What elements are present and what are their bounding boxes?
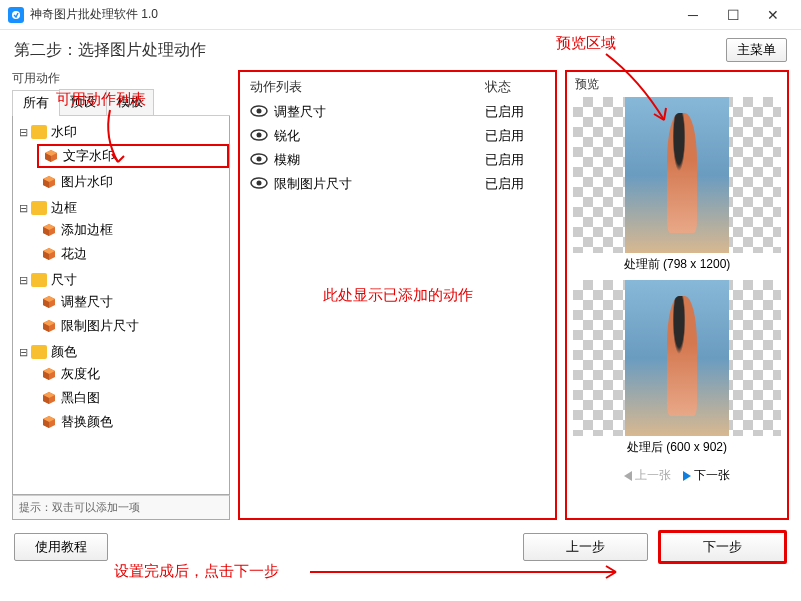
eye-icon [250, 105, 268, 120]
titlebar: 神奇图片批处理软件 1.0 ─ ☐ ✕ [0, 0, 801, 30]
tree-item-label: 添加边框 [61, 221, 113, 239]
available-actions-title: 可用动作 [12, 70, 230, 87]
eye-icon [250, 153, 268, 168]
cube-icon [41, 294, 57, 310]
tree-item[interactable]: 调整尺寸 [37, 292, 229, 312]
tree-item[interactable]: 限制图片尺寸 [37, 316, 229, 336]
collapse-icon: ⊟ [17, 346, 29, 359]
tree-item-label: 图片水印 [61, 173, 113, 191]
action-row[interactable]: 锐化已启用 [250, 124, 545, 148]
cube-icon [43, 148, 59, 164]
collapse-icon: ⊟ [17, 126, 29, 139]
tab-template[interactable]: 模板 [106, 89, 154, 115]
preview-title: 预览 [567, 72, 787, 95]
tree-item-label: 替换颜色 [61, 413, 113, 431]
cube-icon [41, 174, 57, 190]
collapse-icon: ⊟ [17, 202, 29, 215]
tree-item-label: 限制图片尺寸 [61, 317, 139, 335]
tree-item[interactable]: 替换颜色 [37, 412, 229, 432]
svg-point-9 [257, 180, 262, 185]
tree-group-label: 颜色 [51, 343, 77, 361]
action-status: 已启用 [485, 103, 545, 121]
tree-item-label: 灰度化 [61, 365, 100, 383]
tree-group-label: 水印 [51, 123, 77, 141]
tree-group-label: 边框 [51, 199, 77, 217]
arrow-left-icon [624, 471, 632, 481]
maximize-button[interactable]: ☐ [713, 0, 753, 30]
tutorial-button[interactable]: 使用教程 [14, 533, 108, 561]
app-title: 神奇图片批处理软件 1.0 [30, 6, 673, 23]
cube-icon [41, 390, 57, 406]
action-name: 限制图片尺寸 [274, 175, 485, 193]
svg-point-3 [257, 108, 262, 113]
tree-item-label: 花边 [61, 245, 87, 263]
action-row[interactable]: 模糊已启用 [250, 148, 545, 172]
action-status: 已启用 [485, 175, 545, 193]
tree-item[interactable]: 灰度化 [37, 364, 229, 384]
tree-item[interactable]: 黑白图 [37, 388, 229, 408]
tree-group-label: 尺寸 [51, 271, 77, 289]
tab-preset[interactable]: 预设 [59, 89, 107, 115]
step-title: 第二步：选择图片处理动作 [14, 40, 726, 61]
preview-before-image [573, 97, 781, 253]
eye-icon [250, 129, 268, 144]
tree-group[interactable]: ⊟尺寸 [13, 270, 229, 290]
action-status: 已启用 [485, 127, 545, 145]
col-action-name: 动作列表 [250, 78, 485, 96]
added-actions-panel: 动作列表 状态 调整尺寸已启用锐化已启用模糊已启用限制图片尺寸已启用 此处显示已… [238, 70, 557, 520]
tree-group[interactable]: ⊟颜色 [13, 342, 229, 362]
tree-item[interactable]: 文字水印 [37, 144, 229, 168]
folder-icon [31, 125, 47, 139]
cube-icon [41, 366, 57, 382]
close-button[interactable]: ✕ [753, 0, 793, 30]
action-tree[interactable]: ⊟水印文字水印图片水印⊟边框添加边框花边⊟尺寸调整尺寸限制图片尺寸⊟颜色灰度化黑… [12, 116, 230, 495]
preview-prev-button[interactable]: 上一张 [624, 467, 671, 484]
action-row[interactable]: 限制图片尺寸已启用 [250, 172, 545, 196]
tree-item-label: 黑白图 [61, 389, 100, 407]
tree-group[interactable]: ⊟边框 [13, 198, 229, 218]
col-status: 状态 [485, 78, 545, 96]
next-step-button[interactable]: 下一步 [658, 530, 787, 564]
tab-all[interactable]: 所有 [12, 90, 60, 116]
action-name: 锐化 [274, 127, 485, 145]
preview-panel: 预览 处理前 (798 x 1200) 处理后 (600 x 902) 上一张 … [565, 70, 789, 520]
cube-icon [41, 246, 57, 262]
preview-after-label: 处理后 (600 x 902) [573, 436, 781, 461]
preview-after-image [573, 280, 781, 436]
folder-icon [31, 345, 47, 359]
folder-icon [31, 273, 47, 287]
collapse-icon: ⊟ [17, 274, 29, 287]
available-actions-panel: 可用动作 所有 预设 模板 ⊟水印文字水印图片水印⊟边框添加边框花边⊟尺寸调整尺… [12, 70, 230, 520]
cube-icon [41, 222, 57, 238]
tree-item[interactable]: 图片水印 [37, 172, 229, 192]
app-logo-icon [8, 7, 24, 23]
annotation-added-actions: 此处显示已添加的动作 [323, 286, 473, 305]
preview-next-button[interactable]: 下一张 [683, 467, 730, 484]
preview-before-label: 处理前 (798 x 1200) [573, 253, 781, 278]
action-status: 已启用 [485, 151, 545, 169]
tree-group[interactable]: ⊟水印 [13, 122, 229, 142]
available-actions-tabs: 所有 预设 模板 [12, 89, 230, 116]
tree-item[interactable]: 添加边框 [37, 220, 229, 240]
eye-icon [250, 177, 268, 192]
footer: 使用教程 上一步 下一步 [0, 520, 801, 574]
cube-icon [41, 414, 57, 430]
svg-point-7 [257, 156, 262, 161]
action-name: 调整尺寸 [274, 103, 485, 121]
prev-step-button[interactable]: 上一步 [523, 533, 648, 561]
arrow-right-icon [683, 471, 691, 481]
action-name: 模糊 [274, 151, 485, 169]
action-row[interactable]: 调整尺寸已启用 [250, 100, 545, 124]
tree-item-label: 文字水印 [63, 147, 115, 165]
tree-hint: 提示：双击可以添加一项 [12, 495, 230, 520]
cube-icon [41, 318, 57, 334]
tree-item-label: 调整尺寸 [61, 293, 113, 311]
tree-item[interactable]: 花边 [37, 244, 229, 264]
minimize-button[interactable]: ─ [673, 0, 713, 30]
header-row: 第二步：选择图片处理动作 主菜单 [0, 30, 801, 66]
main-menu-button[interactable]: 主菜单 [726, 38, 787, 62]
folder-icon [31, 201, 47, 215]
svg-point-5 [257, 132, 262, 137]
